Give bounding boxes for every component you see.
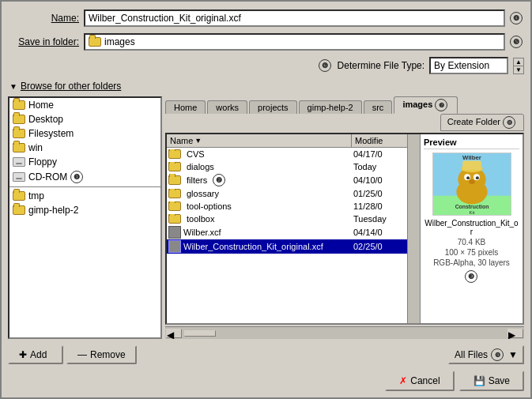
name-input[interactable] [84, 9, 505, 27]
browse-arrow-icon: ▼ [9, 82, 17, 91]
folder-tool-options-icon [168, 201, 181, 211]
left-item-desktop[interactable]: Desktop [9, 112, 160, 126]
file-list: Name ▼ Modifie CVS 04/17/0 [167, 134, 407, 323]
browse-toggle[interactable]: ▼ Browse for other folders [8, 79, 524, 93]
add-button[interactable]: ✚ Add [8, 345, 63, 364]
drive-floppy-icon [13, 157, 25, 167]
tab-works[interactable]: works [207, 100, 247, 114]
browse-label: Browse for other folders [21, 81, 121, 92]
circle-7: ❼ [435, 99, 447, 111]
preview-colormode: RGB-Alpha, 30 layers [433, 258, 510, 267]
left-item-filesystem[interactable]: Filesystem [9, 126, 160, 141]
svg-text:Kit: Kit [469, 210, 474, 215]
tab-src[interactable]: src [364, 100, 393, 114]
h-scroll-right[interactable]: ▶ [507, 329, 523, 338]
cancel-icon: ✗ [399, 375, 407, 386]
tab-create-folder[interactable]: Create Folder ❽ [440, 114, 524, 131]
tab-gimp-help-2[interactable]: gimp-help-2 [299, 100, 362, 114]
left-item-tmp[interactable]: tmp [9, 189, 160, 203]
sort-arrow-icon: ▼ [194, 137, 202, 145]
drive-cdrom-icon [13, 172, 25, 182]
tabs-bar: Home works projects gimp-help-2 src imag… [165, 96, 524, 131]
circle-5: ❺ [510, 36, 523, 48]
preview-label: Preview [424, 137, 519, 149]
tab-images[interactable]: images ❼ [394, 96, 458, 114]
svg-text:Construction: Construction [455, 204, 489, 209]
folder-tmp-icon [13, 191, 25, 201]
folder-dialogs-icon [168, 162, 181, 171]
left-panel: Home Desktop Filesystem win Floppy CD-RO… [8, 96, 162, 339]
left-item-floppy[interactable]: Floppy [9, 155, 160, 169]
circle-9: ❾ [491, 348, 504, 361]
horizontal-scrollbar[interactable]: ◀ ▶ [165, 326, 524, 339]
save-folder-label: Save in folder: [8, 36, 79, 47]
remove-button[interactable]: — Remove [66, 345, 137, 364]
preview-dimensions: 100 × 75 pixels [445, 248, 499, 257]
file-type-spinner[interactable]: ▲ ▼ [513, 58, 524, 74]
tab-projects[interactable]: projects [249, 100, 297, 114]
file-row-cvs[interactable]: CVS 04/17/0 [167, 148, 407, 160]
dropdown-arrow-icon: ▼ [508, 349, 518, 360]
col-name-header[interactable]: Name ▼ [167, 134, 352, 147]
h-scroll-thumb[interactable] [184, 330, 216, 337]
svg-point-6 [466, 176, 470, 179]
preview-filesize: 70.4 KB [458, 238, 486, 247]
file-row-glossary[interactable]: glossary 01/25/0 [167, 187, 407, 200]
save-icon: 💾 [474, 375, 485, 386]
folder-glossary-icon [168, 189, 181, 198]
left-item-win[interactable]: win [9, 141, 160, 155]
h-scroll-track[interactable] [184, 330, 505, 337]
folder-win-icon [13, 143, 25, 152]
folder-gimp-help-icon [13, 205, 25, 215]
save-button[interactable]: 💾 Save [459, 371, 524, 391]
svg-point-7 [475, 176, 478, 179]
h-scroll-left[interactable]: ◀ [166, 329, 182, 338]
folder-filters-icon [168, 175, 181, 185]
remove-icon: — [77, 349, 87, 360]
file-row-toolbox[interactable]: toolbox Tuesday [167, 213, 407, 225]
file-row-tool-options[interactable]: tool-options 11/28/0 [167, 200, 407, 213]
folder-toolbox-icon [168, 214, 181, 224]
vertical-scrollbar[interactable] [407, 134, 420, 323]
col-modified-header[interactable]: Modifie [352, 134, 407, 147]
file-type-label: Determine File Type: [338, 60, 425, 71]
svg-text:Wilber: Wilber [462, 154, 481, 161]
file-type-value: By Extension [434, 60, 489, 71]
preview-filename: Wilber_Construction_Kit_or [424, 219, 519, 236]
preview-image: Construction Kit Wilber [432, 152, 511, 216]
tab-home[interactable]: Home [165, 100, 206, 114]
circle-3: ❸ [465, 270, 477, 283]
left-item-home[interactable]: Home [9, 98, 160, 112]
add-icon: ✚ [19, 349, 27, 360]
left-item-cdrom[interactable]: CD-ROM ❶ [9, 169, 160, 185]
svg-point-8 [469, 179, 475, 184]
xcf-wilber-icon [168, 226, 181, 239]
folder-filesystem-icon [13, 129, 25, 138]
preview-panel: Preview [420, 134, 523, 323]
circle-4: ❹ [510, 12, 523, 24]
file-type-dropdown[interactable]: All Files ❾ ▼ [448, 345, 524, 364]
circle-2: ❷ [213, 174, 225, 186]
circle-1: ❶ [70, 171, 83, 183]
name-label: Name: [8, 13, 79, 24]
folder-home-icon [13, 100, 25, 110]
circle-8: ❽ [503, 116, 515, 129]
file-row-dialogs[interactable]: dialogs Today [167, 160, 407, 173]
save-folder-select[interactable]: images images [84, 33, 505, 51]
file-row-wilber-xcf[interactable]: Wilber.xcf 04/14/0 [167, 225, 407, 239]
folder-cvs-icon [168, 149, 181, 159]
xcf-construction-icon [168, 240, 181, 253]
file-type-filter[interactable]: All Files ❾ ▼ [448, 345, 524, 364]
svg-rect-10 [462, 161, 481, 171]
file-row-wilber-construction[interactable]: Wilber_Construction_Kit_original.xcf 02/… [167, 239, 407, 254]
left-item-gimp-help-2[interactable]: gimp-help-2 [9, 203, 160, 217]
circle-6: ❻ [319, 59, 331, 72]
folder-desktop-icon [13, 115, 25, 124]
cancel-button[interactable]: ✗ Cancel [385, 371, 454, 391]
file-row-filters[interactable]: filters ❷ 04/10/0 [167, 173, 407, 187]
